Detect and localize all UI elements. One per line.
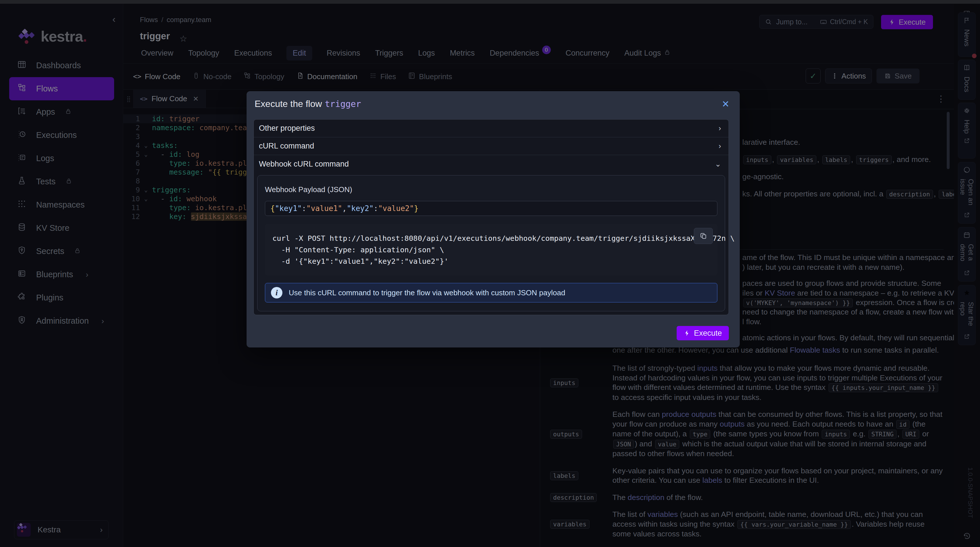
lightning-icon — [684, 330, 690, 337]
curl-line: curl -X POST http://localhost:8080/api/v… — [272, 232, 710, 244]
modal-close-icon[interactable]: ✕ — [722, 99, 729, 110]
accordion-label: Other properties — [259, 124, 315, 133]
modal-accordion: Other properties›cURL command›Webhook cU… — [253, 119, 729, 315]
curl-line: -H "Content-Type: application/json" \ — [272, 244, 710, 256]
copy-icon — [700, 232, 707, 240]
info-alert: i Use this cURL command to trigger the f… — [265, 283, 718, 302]
chevron-down-icon: ⌄ — [715, 160, 721, 169]
copy-button[interactable] — [694, 228, 713, 244]
webhook-payload-input[interactable]: {"key1":"value1","key2":"value2"} — [265, 201, 718, 216]
accordion-label: cURL command — [259, 142, 314, 151]
info-icon: i — [271, 287, 282, 299]
modal-title: Execute the flowtrigger — [255, 99, 361, 109]
kestra-app: ‹ kestra. DashboardsFlowsAppsExecutionsL… — [0, 0, 980, 547]
chevron-right-icon: › — [719, 142, 721, 151]
modal-execute-button[interactable]: Execute — [677, 326, 729, 340]
modal-title-flow-id: trigger — [325, 99, 361, 109]
execute-flow-modal: Execute the flowtrigger ✕ Other properti… — [247, 91, 740, 347]
payload-label: Webhook Payload (JSON) — [265, 185, 718, 194]
curl-command-block: curl -X POST http://localhost:8080/api/v… — [265, 224, 718, 275]
accordion-other-properties[interactable]: Other properties› — [254, 119, 729, 137]
accordion-webhook-curl-command[interactable]: Webhook cURL command⌄ — [254, 155, 729, 173]
chevron-right-icon: › — [719, 124, 721, 133]
accordion-label: Webhook cURL command — [259, 160, 349, 169]
webhook-section: Webhook Payload (JSON) {"key1":"value1",… — [257, 175, 725, 311]
accordion-curl-command[interactable]: cURL command› — [254, 137, 729, 155]
curl-line: -d '{"key1":"value1","key2":"value2"}' — [272, 256, 710, 267]
info-text: Use this cURL command to trigger the flo… — [289, 288, 565, 297]
